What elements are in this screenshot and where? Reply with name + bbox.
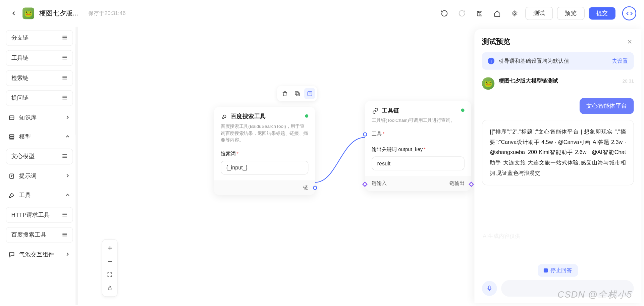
zoom-out-icon[interactable] xyxy=(104,255,116,267)
saved-time: 保存于20:31:46 xyxy=(88,10,125,17)
sidebar-scrollbar[interactable] xyxy=(75,27,78,305)
undo-icon[interactable] xyxy=(438,7,451,20)
field-label: 搜索词* xyxy=(214,147,315,160)
svg-rect-5 xyxy=(9,137,14,138)
footer-label: 链 xyxy=(303,184,308,191)
hamburger-icon xyxy=(62,35,67,42)
hamburger-icon xyxy=(62,74,67,82)
app-avatar: 🐸 xyxy=(22,7,34,19)
sidebar-item-tool-chain[interactable]: 工具链 xyxy=(6,50,73,66)
svg-rect-11 xyxy=(108,288,111,290)
sidebar-item-tools[interactable]: 工具 xyxy=(6,188,73,203)
chat-area: 🐸 梗图七夕版大模型链测试 20:31 文心智能体平台 [{"排序":"2","… xyxy=(482,77,634,259)
sidebar-item-question-chain[interactable]: 提问链 xyxy=(6,90,73,106)
footer-label: 链输入 xyxy=(372,180,387,187)
search-term-input[interactable]: {_input_} xyxy=(221,160,308,174)
sidebar-item-label: 模型 xyxy=(19,133,31,141)
wrench-icon xyxy=(8,192,15,199)
zoom-controls xyxy=(102,239,118,297)
stop-button[interactable]: 停止回答 xyxy=(538,264,578,276)
banner-text: 引导语和基础设置均为默认值 xyxy=(499,57,569,64)
sidebar-item-model[interactable]: 模型 xyxy=(6,130,73,145)
home-icon[interactable] xyxy=(490,7,504,20)
svg-rect-9 xyxy=(295,91,298,94)
sidebar-item-label: HTTP请求工具 xyxy=(11,211,50,218)
chevron-right-icon xyxy=(65,114,70,121)
sidebar-item-branch-chain[interactable]: 分支链 xyxy=(6,30,73,46)
chevron-up-icon xyxy=(65,192,70,199)
svg-rect-3 xyxy=(9,116,14,120)
info-banner: i 引导语和基础设置均为默认值 去设置 xyxy=(482,52,634,70)
app-title: 梗图七夕版... xyxy=(39,9,78,18)
node-tool-chain[interactable]: 工具链 工具链(ToolChain)可调用工具进行查询。 工具* 输出关键词 o… xyxy=(365,101,471,191)
fullscreen-icon[interactable] xyxy=(104,269,116,280)
delete-icon[interactable] xyxy=(279,88,290,99)
user-message: 文心智能体平台 xyxy=(580,98,634,114)
hamburger-icon xyxy=(62,211,67,218)
hamburger-icon xyxy=(62,232,67,239)
sidebar-item-label: 分支链 xyxy=(11,34,29,42)
tool-input-port[interactable] xyxy=(363,132,367,136)
bot-name: 梗图七夕版大模型链测试 xyxy=(499,77,558,85)
watermark-bg: AI生成内容仅供 xyxy=(483,233,520,240)
node-baidu-search[interactable]: 百度搜索工具 百度搜索工具(BaiduSearchTool)，用于查询百度搜索结… xyxy=(214,107,315,195)
sidebar-item-label: 文心模型 xyxy=(11,153,35,160)
input-port[interactable] xyxy=(362,182,368,187)
status-dot xyxy=(305,114,308,118)
svg-rect-8 xyxy=(296,93,299,96)
sidebar-item-label: 提问链 xyxy=(11,94,29,102)
field-label: 工具* xyxy=(365,127,471,140)
sidebar-item-label: 工具 xyxy=(19,192,31,199)
chat-icon xyxy=(8,251,15,258)
lock-icon[interactable] xyxy=(104,282,116,294)
database-icon xyxy=(8,114,15,121)
sidebar-item-label: 百度搜索工具 xyxy=(11,231,46,239)
go-settings-link[interactable]: 去设置 xyxy=(612,57,628,64)
chevron-right-icon xyxy=(65,251,70,258)
zoom-in-icon[interactable] xyxy=(104,242,116,254)
sidebar-item-label: 检索链 xyxy=(11,74,29,82)
stop-icon xyxy=(544,268,548,272)
svg-rect-6 xyxy=(9,139,14,139)
msg-time: 20:31 xyxy=(622,79,634,84)
canvas[interactable]: 百度搜索工具 百度搜索工具(BaiduSearchTool)，用于查询百度搜索结… xyxy=(78,27,475,305)
output-port[interactable] xyxy=(313,186,317,190)
sidebar: 分支链 工具链 检索链 提问链 知识库 模型 文心模型 提示词 工具 HTTP请… xyxy=(0,27,78,305)
submit-button[interactable]: 提交 xyxy=(589,7,615,19)
sidebar-item-bubble[interactable]: 气泡交互组件 xyxy=(6,247,73,262)
bot-avatar: 🐸 xyxy=(482,77,494,90)
sidebar-item-label: 工具链 xyxy=(11,54,29,62)
copy-icon[interactable] xyxy=(292,88,303,99)
chat-input[interactable] xyxy=(501,280,634,297)
chevron-up-icon xyxy=(65,133,70,140)
code-icon[interactable] xyxy=(622,6,636,20)
svg-rect-4 xyxy=(9,135,14,136)
preview-button[interactable]: 预览 xyxy=(557,7,585,20)
node-desc: 百度搜索工具(BaiduSearchTool)，用于查询百度搜索结果，返回结果标… xyxy=(214,123,315,147)
svg-rect-12 xyxy=(489,286,490,289)
gear-icon[interactable] xyxy=(508,7,521,20)
sidebar-item-prompt[interactable]: 提示词 xyxy=(6,169,73,184)
status-dot xyxy=(461,108,465,112)
list-icon[interactable] xyxy=(304,88,315,99)
hamburger-icon xyxy=(62,153,67,160)
save-icon[interactable] xyxy=(473,7,486,20)
sidebar-item-baidu-search-tool[interactable]: 百度搜索工具 xyxy=(6,227,73,243)
node-footer: 链 xyxy=(214,180,315,195)
hamburger-icon xyxy=(62,54,67,61)
assistant-message: [{"排序":"2","标题":"文心智能体平台 | 想象即现实 ","摘要":… xyxy=(482,120,634,186)
sidebar-item-wenxin-model[interactable]: 文心模型 xyxy=(6,149,73,164)
sidebar-item-search-chain[interactable]: 检索链 xyxy=(6,70,73,86)
panel-title: 测试预览 xyxy=(482,37,511,46)
redo-icon xyxy=(455,7,469,20)
test-button[interactable]: 测试 xyxy=(525,7,553,20)
sidebar-item-knowledge[interactable]: 知识库 xyxy=(6,110,73,125)
output-port[interactable] xyxy=(469,182,474,187)
sidebar-item-label: 气泡交互组件 xyxy=(19,251,54,258)
sidebar-item-http-tool[interactable]: HTTP请求工具 xyxy=(6,207,73,223)
output-key-input[interactable]: result xyxy=(372,156,464,170)
stack-icon xyxy=(8,134,15,140)
back-icon[interactable] xyxy=(10,10,17,17)
mic-icon[interactable] xyxy=(482,281,497,296)
close-icon[interactable] xyxy=(626,37,634,46)
